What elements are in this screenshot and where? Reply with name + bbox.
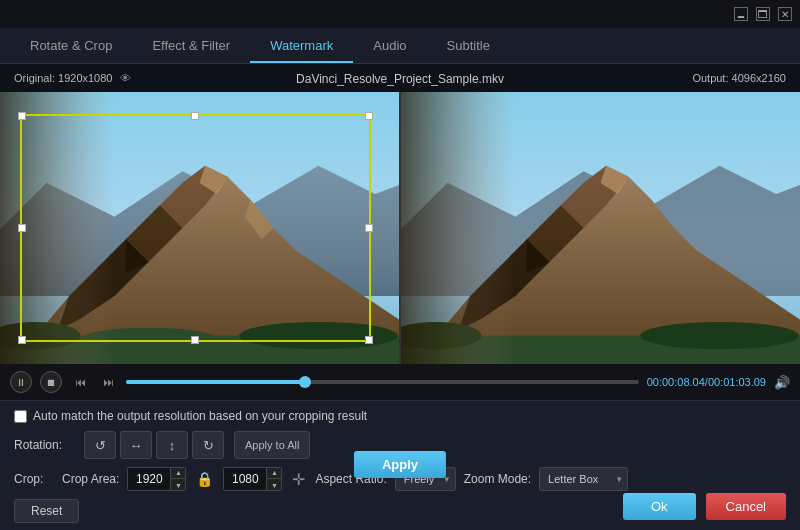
flip-h-button[interactable]: ↔	[120, 431, 152, 459]
main-content: Rotate & Crop Effect & Filter Watermark …	[0, 28, 800, 530]
apply-button-container: Apply	[354, 451, 446, 478]
svg-point-22	[640, 322, 799, 349]
svg-point-11	[239, 322, 398, 349]
crop-height-arrows: ▲ ▼	[266, 467, 281, 491]
progress-fill	[126, 380, 305, 384]
auto-match-label: Auto match the output resolution based o…	[33, 409, 367, 423]
video-panel-left	[0, 92, 401, 364]
center-icon[interactable]: ✛	[292, 470, 305, 489]
crop-height-up[interactable]: ▲	[267, 467, 281, 479]
tab-effect-filter[interactable]: Effect & Filter	[132, 30, 250, 63]
output-label: Output: 4096x2160	[692, 72, 786, 84]
video-panels	[0, 64, 800, 364]
svg-rect-12	[0, 92, 115, 364]
left-video	[0, 92, 399, 364]
tab-rotate-crop[interactable]: Rotate & Crop	[10, 30, 132, 63]
tab-watermark[interactable]: Watermark	[250, 30, 353, 63]
tab-audio[interactable]: Audio	[353, 30, 426, 63]
crop-width-input[interactable]	[128, 472, 170, 486]
tab-subtitle[interactable]: Subtitle	[427, 30, 510, 63]
cancel-button[interactable]: Cancel	[706, 493, 786, 520]
tab-bar: Rotate & Crop Effect & Filter Watermark …	[0, 28, 800, 64]
flip-v-button[interactable]: ↕	[156, 431, 188, 459]
minimize-button[interactable]: 🗕	[734, 7, 748, 21]
rotate-ccw-button[interactable]: ↺	[84, 431, 116, 459]
prev-button[interactable]: ⏮	[70, 372, 90, 392]
maximize-button[interactable]: 🗖	[756, 7, 770, 21]
pause-button[interactable]: ⏸	[10, 371, 32, 393]
apply-all-button[interactable]: Apply to All	[234, 431, 310, 459]
crop-area-label: Crop Area:	[62, 472, 119, 486]
crop-width-up[interactable]: ▲	[171, 467, 185, 479]
lock-icon[interactable]: 🔒	[196, 471, 213, 487]
zoom-mode-label: Zoom Mode:	[464, 472, 531, 486]
video-area: Original: 1920x1080 👁 DaVinci_Resolve_Pr…	[0, 64, 800, 364]
auto-match-row: Auto match the output resolution based o…	[14, 409, 786, 423]
rotate-cw-button[interactable]: ↻	[192, 431, 224, 459]
file-name: DaVinci_Resolve_Project_Sample.mkv	[296, 72, 504, 86]
rotation-buttons: ↺ ↔ ↕ ↻	[84, 431, 224, 459]
video-panel-right	[401, 92, 800, 364]
ok-button[interactable]: Ok	[623, 493, 696, 520]
right-video	[401, 92, 800, 364]
crop-height-input[interactable]	[224, 472, 266, 486]
progress-thumb	[299, 376, 311, 388]
playback-bar: ⏸ ⏹ ⏮ ⏭ 00:00:08.04/00:01:03.09 🔊	[0, 364, 800, 400]
svg-rect-23	[401, 92, 516, 364]
volume-icon[interactable]: 🔊	[774, 375, 790, 390]
stop-button[interactable]: ⏹	[40, 371, 62, 393]
crop-label: Crop:	[14, 472, 54, 486]
eye-icon[interactable]: 👁	[120, 72, 131, 84]
reset-button[interactable]: Reset	[14, 499, 79, 523]
next-button[interactable]: ⏭	[98, 372, 118, 392]
title-bar: 🗕 🗖 ✕	[0, 0, 800, 28]
crop-width-down[interactable]: ▼	[171, 479, 185, 491]
crop-width-arrows: ▲ ▼	[170, 467, 185, 491]
close-button[interactable]: ✕	[778, 7, 792, 21]
apply-button[interactable]: Apply	[354, 451, 446, 478]
original-label: Original: 1920x1080 👁	[14, 72, 131, 84]
crop-height-down[interactable]: ▼	[267, 479, 281, 491]
auto-match-checkbox[interactable]	[14, 410, 27, 423]
rotation-label: Rotation:	[14, 438, 74, 452]
time-display: 00:00:08.04/00:01:03.09	[647, 376, 766, 388]
progress-bar[interactable]	[126, 380, 639, 384]
crop-height-input-group: ▲ ▼	[223, 467, 282, 491]
crop-width-input-group: ▲ ▼	[127, 467, 186, 491]
bottom-bar: Ok Cancel	[609, 483, 800, 530]
